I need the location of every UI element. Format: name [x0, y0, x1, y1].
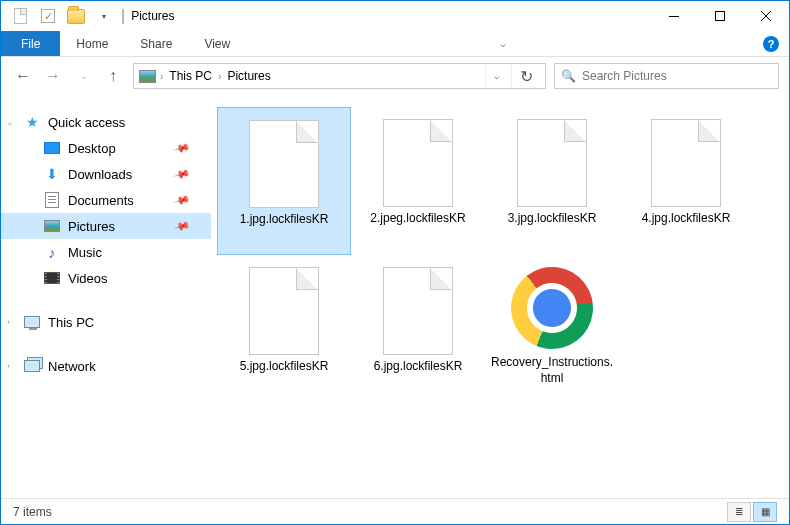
address-dropdown-icon[interactable]: ⌵ — [485, 64, 507, 88]
address-bar-row: ← → ⌵ ↑ › This PC › Pictures ⌵ ↻ 🔍 Searc… — [1, 57, 789, 95]
nav-label: Downloads — [68, 167, 132, 182]
nav-music[interactable]: ♪ Music — [1, 239, 211, 265]
window-controls — [651, 1, 789, 31]
file-item[interactable]: 6.jpg.lockfilesKR — [351, 255, 485, 403]
explorer-window: ✓ ▾ | Pictures File Home Share View ⌵ ? … — [0, 0, 790, 525]
nav-label: Documents — [68, 193, 134, 208]
file-icon — [383, 119, 453, 207]
file-name: 6.jpg.lockfilesKR — [374, 359, 463, 375]
forward-button[interactable]: → — [41, 64, 65, 88]
network-icon — [23, 357, 41, 375]
minimize-button[interactable] — [651, 1, 697, 31]
file-icon — [517, 119, 587, 207]
address-bar[interactable]: › This PC › Pictures ⌵ ↻ — [133, 63, 546, 89]
title-bar: ✓ ▾ | Pictures — [1, 1, 789, 31]
close-button[interactable] — [743, 1, 789, 31]
file-item[interactable]: 2.jpeg.lockfilesKR — [351, 107, 485, 255]
file-icon — [383, 267, 453, 355]
file-list[interactable]: 1.jpg.lockfilesKR2.jpeg.lockfilesKR3.jpg… — [211, 95, 789, 498]
pin-icon: 📌 — [173, 139, 192, 157]
svg-rect-1 — [716, 12, 725, 21]
item-count: 7 items — [13, 505, 52, 519]
file-icon — [249, 120, 319, 208]
file-tab[interactable]: File — [1, 31, 60, 56]
desktop-icon — [43, 139, 61, 157]
help-icon[interactable]: ? — [763, 31, 779, 56]
tab-view[interactable]: View — [188, 31, 246, 56]
pictures-icon — [43, 217, 61, 235]
nav-label: Network — [48, 359, 96, 374]
app-icon[interactable] — [9, 5, 31, 27]
file-name: 3.jpg.lockfilesKR — [508, 211, 597, 227]
file-item[interactable]: 3.jpg.lockfilesKR — [485, 107, 619, 255]
nav-pictures[interactable]: Pictures 📌 — [1, 213, 211, 239]
nav-label: Videos — [68, 271, 108, 286]
nav-label: Pictures — [68, 219, 115, 234]
crumb-this-pc[interactable]: This PC — [167, 69, 214, 83]
location-icon — [138, 67, 156, 85]
chevron-right-icon[interactable]: › — [7, 317, 10, 327]
status-bar: 7 items ≣ ▦ — [1, 498, 789, 524]
search-placeholder: Search Pictures — [582, 69, 667, 83]
view-switcher: ≣ ▦ — [727, 502, 777, 522]
nav-quick-access[interactable]: ⌵ ★ Quick access — [1, 109, 211, 135]
svg-rect-0 — [669, 16, 679, 17]
nav-downloads[interactable]: ⬇ Downloads 📌 — [1, 161, 211, 187]
file-item[interactable]: 4.jpg.lockfilesKR — [619, 107, 753, 255]
ribbon-expand-icon[interactable]: ⌵ — [500, 31, 506, 56]
title-separator: | — [121, 7, 125, 25]
maximize-button[interactable] — [697, 1, 743, 31]
music-icon: ♪ — [43, 243, 61, 261]
pc-icon — [23, 313, 41, 331]
folder-icon — [65, 5, 87, 27]
file-icon — [651, 119, 721, 207]
details-view-button[interactable]: ≣ — [727, 502, 751, 522]
file-name: 5.jpg.lockfilesKR — [240, 359, 329, 375]
back-button[interactable]: ← — [11, 64, 35, 88]
star-icon: ★ — [23, 113, 41, 131]
pin-icon: 📌 — [173, 217, 192, 235]
up-button[interactable]: ↑ — [101, 64, 125, 88]
file-item[interactable]: 5.jpg.lockfilesKR — [217, 255, 351, 403]
nav-videos[interactable]: Videos — [1, 265, 211, 291]
file-item[interactable]: 1.jpg.lockfilesKR — [217, 107, 351, 255]
refresh-button[interactable]: ↻ — [511, 64, 541, 88]
nav-documents[interactable]: Documents 📌 — [1, 187, 211, 213]
file-name: 4.jpg.lockfilesKR — [642, 211, 731, 227]
file-name: 1.jpg.lockfilesKR — [240, 212, 329, 228]
navigation-pane: ⌵ ★ Quick access Desktop 📌 ⬇ Downloads 📌… — [1, 95, 211, 498]
file-name: Recovery_Instructions.html — [489, 355, 615, 386]
chevron-down-icon[interactable]: ⌵ — [7, 117, 12, 127]
nav-buttons: ← → ⌵ ↑ — [11, 64, 125, 88]
pin-icon: 📌 — [173, 191, 192, 209]
crumb-pictures[interactable]: Pictures — [225, 69, 272, 83]
videos-icon — [43, 269, 61, 287]
quick-access-toolbar: ✓ ▾ — [1, 5, 115, 27]
chevron-right-icon[interactable]: › — [7, 361, 10, 371]
downloads-icon: ⬇ — [43, 165, 61, 183]
icons-view-button[interactable]: ▦ — [753, 502, 777, 522]
search-input[interactable]: 🔍 Search Pictures — [554, 63, 779, 89]
nav-label: This PC — [48, 315, 94, 330]
nav-network[interactable]: › Network — [1, 353, 211, 379]
search-icon: 🔍 — [561, 69, 576, 83]
tab-share[interactable]: Share — [124, 31, 188, 56]
recent-dropdown-icon[interactable]: ⌵ — [71, 64, 95, 88]
documents-icon — [43, 191, 61, 209]
nav-label: Quick access — [48, 115, 125, 130]
tab-home[interactable]: Home — [60, 31, 124, 56]
nav-desktop[interactable]: Desktop 📌 — [1, 135, 211, 161]
body: ⌵ ★ Quick access Desktop 📌 ⬇ Downloads 📌… — [1, 95, 789, 498]
pin-icon: 📌 — [173, 165, 192, 183]
file-name: 2.jpeg.lockfilesKR — [370, 211, 465, 227]
chevron-right-icon[interactable]: › — [218, 71, 221, 82]
chevron-right-icon[interactable]: › — [160, 71, 163, 82]
nav-label: Music — [68, 245, 102, 260]
file-item[interactable]: Recovery_Instructions.html — [485, 255, 619, 403]
chrome-icon — [494, 250, 609, 365]
nav-this-pc[interactable]: › This PC — [1, 309, 211, 335]
qat-dropdown-icon[interactable]: ▾ — [93, 5, 115, 27]
window-title: Pictures — [131, 9, 174, 23]
properties-icon[interactable]: ✓ — [37, 5, 59, 27]
nav-label: Desktop — [68, 141, 116, 156]
